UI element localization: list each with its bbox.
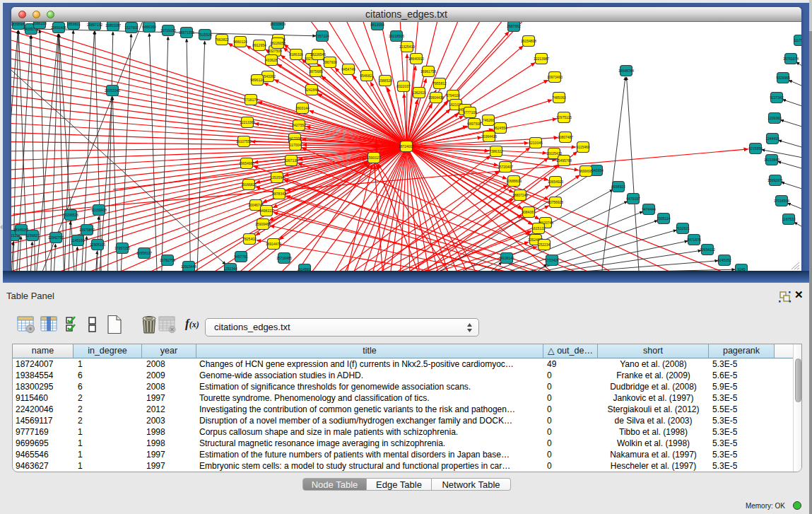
svg-text:12159908: 12159908 bbox=[91, 208, 107, 212]
svg-text:7955812: 7955812 bbox=[433, 81, 447, 86]
svg-text:1353594: 1353594 bbox=[270, 175, 284, 180]
svg-text:9660124: 9660124 bbox=[233, 40, 247, 44]
svg-text:19218506: 19218506 bbox=[389, 34, 404, 38]
svg-text:9457791: 9457791 bbox=[234, 255, 248, 259]
svg-text:1209383: 1209383 bbox=[767, 116, 782, 120]
svg-text:16671355: 16671355 bbox=[179, 30, 194, 35]
svg-text:8427552: 8427552 bbox=[292, 123, 306, 127]
svg-text:8471676: 8471676 bbox=[687, 238, 701, 242]
svg-text:9227342: 9227342 bbox=[770, 95, 784, 100]
svg-text:12213369: 12213369 bbox=[240, 120, 255, 124]
svg-text:9699695: 9699695 bbox=[579, 169, 593, 173]
svg-text:15720407: 15720407 bbox=[498, 165, 513, 169]
svg-text:8912954: 8912954 bbox=[252, 43, 266, 47]
svg-text:1588520: 1588520 bbox=[378, 78, 392, 83]
svg-text:15716485: 15716485 bbox=[276, 256, 292, 260]
svg-text:16914479: 16914479 bbox=[266, 242, 281, 246]
svg-text:7632621: 7632621 bbox=[676, 226, 690, 230]
svg-text:8878342: 8878342 bbox=[272, 192, 286, 196]
svg-text:117004: 117004 bbox=[290, 143, 302, 147]
svg-text:1244415: 1244415 bbox=[765, 136, 779, 141]
svg-text:17957255: 17957255 bbox=[114, 246, 130, 250]
svg-text:1292344: 1292344 bbox=[223, 267, 237, 271]
svg-text:18226546: 18226546 bbox=[310, 52, 326, 57]
svg-text:3267130: 3267130 bbox=[284, 158, 298, 163]
svg-text:2867608: 2867608 bbox=[323, 60, 337, 64]
svg-text:16154808: 16154808 bbox=[521, 39, 536, 43]
svg-text:9546821: 9546821 bbox=[360, 74, 374, 78]
svg-text:11325419: 11325419 bbox=[399, 45, 415, 49]
svg-text:3875685: 3875685 bbox=[309, 69, 323, 74]
svg-text:14136141: 14136141 bbox=[499, 256, 514, 260]
svg-text:15751074: 15751074 bbox=[783, 57, 799, 61]
svg-text:7825402: 7825402 bbox=[242, 237, 257, 241]
svg-text:12213987: 12213987 bbox=[534, 57, 549, 61]
svg-text:18395981: 18395981 bbox=[11, 22, 26, 26]
svg-text:7357224: 7357224 bbox=[315, 34, 329, 38]
svg-text:16648784: 16648784 bbox=[618, 69, 634, 73]
svg-text:2096133: 2096133 bbox=[33, 22, 47, 25]
svg-text:12942757: 12942757 bbox=[48, 235, 64, 240]
svg-text:252234: 252234 bbox=[539, 243, 551, 247]
svg-text:9245: 9245 bbox=[737, 267, 745, 271]
svg-text:10025433: 10025433 bbox=[546, 151, 562, 156]
svg-text:914560: 914560 bbox=[299, 267, 311, 271]
svg-text:20897132: 20897132 bbox=[87, 23, 102, 27]
svg-text:13654923: 13654923 bbox=[548, 180, 563, 184]
svg-text:12923448: 12923448 bbox=[181, 264, 196, 269]
svg-text:16210643: 16210643 bbox=[764, 158, 779, 162]
svg-text:20364436: 20364436 bbox=[481, 134, 497, 139]
svg-text:15495768: 15495768 bbox=[556, 158, 572, 163]
svg-text:9327509: 9327509 bbox=[268, 49, 282, 53]
svg-text:8322037: 8322037 bbox=[396, 84, 411, 88]
svg-text:1156827: 1156827 bbox=[25, 233, 39, 238]
svg-text:10756928: 10756928 bbox=[548, 200, 563, 204]
svg-text:19904438: 19904438 bbox=[428, 95, 444, 100]
svg-text:1117534: 1117534 bbox=[794, 38, 801, 42]
svg-text:9115460: 9115460 bbox=[576, 145, 589, 149]
svg-text:10782759: 10782759 bbox=[160, 258, 175, 262]
svg-text:7515526: 7515526 bbox=[198, 33, 212, 37]
svg-text:9245052: 9245052 bbox=[717, 258, 731, 262]
svg-text:6466160: 6466160 bbox=[142, 25, 156, 29]
svg-text:16961758: 16961758 bbox=[420, 69, 436, 74]
svg-text:1527602: 1527602 bbox=[124, 25, 139, 30]
svg-text:1145190: 1145190 bbox=[71, 238, 84, 243]
svg-text:17016504: 17016504 bbox=[774, 199, 789, 203]
svg-text:8938923: 8938923 bbox=[611, 185, 625, 189]
svg-text:7663822: 7663822 bbox=[215, 37, 229, 42]
svg-text:18724007: 18724007 bbox=[399, 144, 414, 148]
svg-text:19654985: 19654985 bbox=[239, 161, 254, 165]
svg-text:20691406: 20691406 bbox=[51, 25, 66, 30]
svg-text:15692971: 15692971 bbox=[767, 178, 783, 182]
svg-text:20053346: 20053346 bbox=[105, 88, 120, 93]
svg-text:9474444: 9474444 bbox=[642, 207, 656, 211]
svg-text:6794028: 6794028 bbox=[446, 93, 460, 98]
svg-text:10688609: 10688609 bbox=[506, 179, 522, 183]
svg-text:10654112: 10654112 bbox=[700, 247, 715, 252]
svg-text:10973493: 10973493 bbox=[547, 75, 563, 79]
svg-text:2803144: 2803144 bbox=[295, 106, 310, 110]
svg-text:10853287: 10853287 bbox=[105, 23, 121, 28]
svg-text:2687662: 2687662 bbox=[507, 24, 521, 28]
svg-text:8186328: 8186328 bbox=[289, 52, 303, 57]
svg-text:19166825: 19166825 bbox=[241, 182, 257, 187]
svg-text:16033809: 16033809 bbox=[270, 22, 286, 26]
svg-text:2935114: 2935114 bbox=[657, 216, 670, 221]
svg-text:1615132: 1615132 bbox=[531, 226, 546, 230]
svg-text:2718176: 2718176 bbox=[244, 98, 258, 102]
svg-text:10975867: 10975867 bbox=[79, 228, 95, 232]
svg-text:10719155: 10719155 bbox=[160, 28, 176, 33]
svg-text:18226058: 18226058 bbox=[270, 41, 286, 45]
svg-text:7386322: 7386322 bbox=[489, 149, 503, 153]
svg-text:433628: 433628 bbox=[266, 58, 278, 62]
svg-text:9329965: 9329965 bbox=[776, 76, 790, 80]
svg-text:6210045: 6210045 bbox=[529, 141, 543, 145]
svg-text:15909469: 15909469 bbox=[255, 222, 271, 226]
svg-text:6479197: 6479197 bbox=[626, 197, 640, 201]
svg-text:7485063: 7485063 bbox=[552, 95, 566, 100]
svg-text:6897508: 6897508 bbox=[467, 122, 481, 126]
svg-text:8215958: 8215958 bbox=[748, 146, 763, 151]
svg-text:3624554: 3624554 bbox=[493, 126, 507, 130]
svg-text:9242848: 9242848 bbox=[305, 88, 319, 92]
